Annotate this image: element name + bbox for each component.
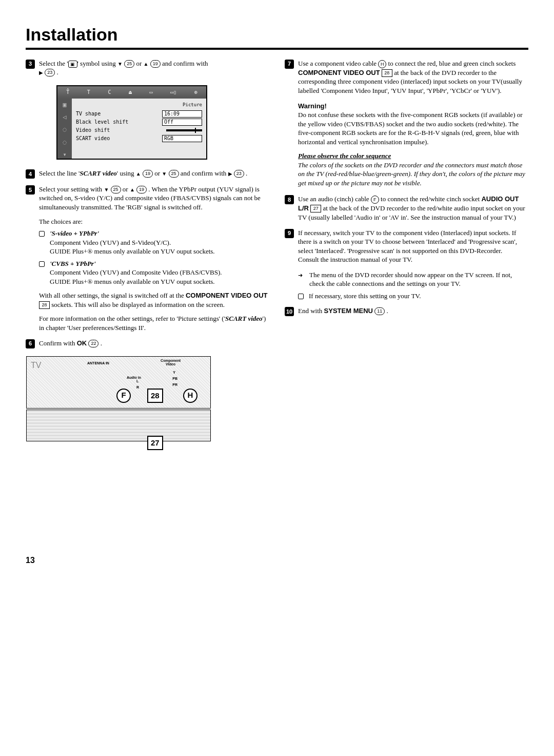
osd-slider bbox=[166, 129, 202, 131]
text: and confirm with bbox=[179, 169, 228, 177]
step-10: 10 End with SYSTEM MENU 11 . bbox=[285, 306, 528, 316]
bullet-icon bbox=[39, 231, 45, 237]
ref-19: 19 bbox=[150, 60, 161, 68]
left-column: 3 Select the '▣' symbol using 25 or 19 a… bbox=[26, 59, 269, 566]
text: and confirm with bbox=[161, 60, 208, 67]
text: ' symbol using bbox=[77, 60, 118, 67]
text: ' using bbox=[117, 169, 136, 177]
ref-22: 22 bbox=[88, 340, 98, 347]
step-9: 9 If necessary, switch your TV to the co… bbox=[285, 228, 528, 301]
text: SCART video bbox=[225, 315, 263, 322]
diagram-marker-27: 27 bbox=[147, 436, 163, 450]
text: The menu of the DVD recorder should now … bbox=[309, 270, 528, 288]
up-arrow-icon bbox=[130, 185, 135, 193]
text: End with bbox=[298, 307, 324, 315]
diagram-l-label: L bbox=[136, 379, 138, 383]
text: COMPONENT VIDEO OUT bbox=[186, 292, 268, 299]
diagram-antenna-label: ANTENNA IN bbox=[87, 361, 109, 365]
diagram-audio-label: Audio in bbox=[127, 375, 141, 380]
osd-value: RGB bbox=[162, 135, 202, 142]
text: Select the ' bbox=[39, 60, 68, 67]
color-sequence-body: The colors of the sockets on the DVD rec… bbox=[298, 161, 528, 188]
osd-key: Video shift bbox=[76, 127, 166, 134]
text: SYSTEM MENU bbox=[324, 307, 373, 315]
osd-value: Off bbox=[162, 119, 202, 126]
step-3: 3 Select the '▣' symbol using 25 or 19 a… bbox=[26, 59, 269, 77]
up-arrow-icon bbox=[144, 60, 149, 67]
ref-28: 28 bbox=[382, 69, 392, 77]
ref-25: 25 bbox=[111, 186, 121, 193]
step-9-sub-o: If necessary, store this setting on your… bbox=[298, 292, 528, 301]
ref-19: 19 bbox=[143, 170, 153, 178]
step-5: 5 Select your setting with 25 or 19 . Wh… bbox=[26, 185, 269, 333]
ref-25: 25 bbox=[169, 170, 179, 178]
osd-screenshot: T̂TC⏏▭▭▯⊕ ▣◁◌◌▾ Picture TV shape16:09 Bl… bbox=[56, 85, 207, 160]
text: or bbox=[134, 60, 143, 67]
down-arrow-icon bbox=[117, 60, 123, 67]
diagram-pb-label: PB bbox=[172, 376, 177, 381]
right-arrow-icon bbox=[228, 169, 232, 177]
ref-19: 19 bbox=[136, 186, 147, 193]
text: Use a component video cable bbox=[298, 60, 378, 67]
text: If necessary, store this setting on your… bbox=[309, 292, 528, 301]
osd-key: TV shape bbox=[76, 110, 162, 118]
ref-23: 23 bbox=[234, 170, 244, 178]
diagram-marker-h: H bbox=[183, 389, 197, 403]
choice-title: 'S-video + YPbPr' bbox=[50, 229, 99, 237]
warning-title: Warning! bbox=[298, 102, 528, 111]
step-4-number: 4 bbox=[26, 169, 35, 179]
choice-svideo: 'S-video + YPbPr' Component Video (YUV) … bbox=[39, 229, 269, 256]
ref-23: 23 bbox=[45, 69, 55, 76]
step-3-number: 3 bbox=[26, 60, 35, 69]
text: Use an audio (cinch) cable bbox=[298, 195, 371, 203]
down-arrow-icon bbox=[104, 185, 109, 193]
ref-f: F bbox=[371, 196, 379, 204]
text: . bbox=[98, 339, 102, 347]
text: GUIDE Plus+® menus only available on YUV… bbox=[50, 278, 215, 285]
up-arrow-icon bbox=[136, 169, 141, 177]
right-arrow-icon bbox=[39, 68, 43, 76]
step-8: 8 Use an audio (cinch) cable F to connec… bbox=[285, 195, 528, 222]
text: With all other settings, the signal is s… bbox=[39, 292, 186, 299]
text: . bbox=[244, 169, 248, 177]
text: or bbox=[153, 169, 162, 177]
osd-panel-label: Picture bbox=[76, 102, 202, 108]
ref-25: 25 bbox=[124, 60, 134, 68]
osd-sidebar: ▣◁◌◌▾ bbox=[57, 99, 72, 159]
diagram-marker-28: 28 bbox=[147, 389, 163, 403]
choices-intro: The choices are: bbox=[39, 217, 269, 226]
text: COMPONENT VIDEO OUT bbox=[298, 69, 380, 76]
step-8-number: 8 bbox=[285, 195, 294, 204]
diagram-y-label: Y bbox=[173, 370, 175, 375]
step-10-number: 10 bbox=[285, 307, 294, 316]
step-5-number: 5 bbox=[26, 185, 35, 195]
connection-diagram: TV ANTENNA IN ComponentVideo Audio in Y … bbox=[26, 356, 211, 442]
text: sockets. This will also be displayed as … bbox=[50, 301, 225, 308]
ref-h: H bbox=[378, 60, 386, 68]
diagram-component-label: ComponentVideo bbox=[161, 359, 181, 366]
ref-27: 27 bbox=[310, 205, 321, 212]
diagram-marker-f: F bbox=[116, 389, 131, 403]
text: to connect the red/white cinch socket bbox=[379, 195, 482, 203]
text: OK bbox=[77, 339, 87, 347]
osd-key: Black level shift bbox=[76, 119, 162, 126]
choice-cvbs: 'CVBS + YPbPr' Component Video (YUV) and… bbox=[39, 259, 269, 286]
step-7: 7 Use a component video cable H to conne… bbox=[285, 59, 528, 95]
text: Select your setting with bbox=[39, 185, 104, 193]
step-7-number: 7 bbox=[285, 60, 294, 69]
osd-value: 16:09 bbox=[162, 110, 202, 118]
osd-key: SCART video bbox=[76, 135, 162, 142]
text: Component Video (YUV) and Composite Vide… bbox=[50, 268, 222, 276]
page-title: Installation bbox=[26, 23, 528, 47]
diagram-pr-label: PR bbox=[172, 382, 177, 387]
diagram-r-label: R bbox=[136, 385, 139, 390]
text: Component Video (YUV) and S-Video(Y/C). bbox=[50, 239, 171, 246]
text: For more information on the other settin… bbox=[39, 315, 225, 322]
diagram-tv-label: TV bbox=[31, 360, 41, 371]
text: to connect the red, blue and green cinch… bbox=[386, 60, 516, 67]
title-rule bbox=[26, 48, 528, 50]
text: at the back of the DVD recorder to the r… bbox=[298, 204, 525, 221]
text: SCART video bbox=[80, 169, 117, 177]
text: or bbox=[121, 185, 130, 193]
right-column: 7 Use a component video cable H to conne… bbox=[285, 59, 528, 566]
